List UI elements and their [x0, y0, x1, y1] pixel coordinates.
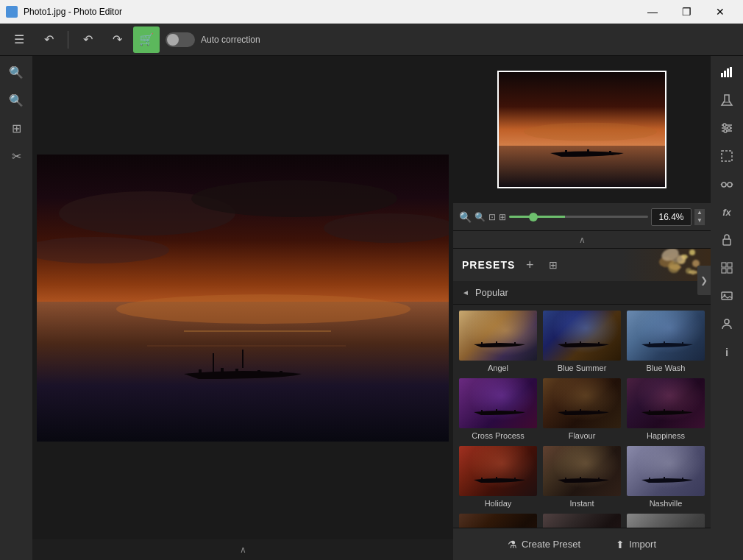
svg-rect-59	[730, 67, 732, 77]
preset-item-happiness[interactable]: Happiness	[627, 378, 705, 440]
menu-button[interactable]: ☰	[6, 26, 32, 53]
svg-rect-52	[598, 478, 600, 481]
lock-icon	[720, 233, 733, 247]
preset-grid: Angel Blue Summer	[453, 305, 711, 528]
zoom-decrement-button[interactable]: ▼	[694, 217, 705, 225]
close-button[interactable]: ✕	[703, 0, 737, 24]
left-tool-3[interactable]: ⊞	[3, 115, 29, 141]
redo-button[interactable]: ↷	[104, 26, 130, 53]
import-button[interactable]: ⬆ Import	[607, 534, 665, 555]
presets-add-button[interactable]: +	[521, 256, 538, 274]
histogram-icon	[720, 65, 733, 79]
svg-point-79	[725, 319, 729, 324]
preset-item-nashville[interactable]: Nashville	[627, 446, 705, 508]
create-preset-button[interactable]: ⚗ Create Preset	[499, 534, 589, 555]
preset-name-nashville: Nashville	[650, 499, 683, 508]
svg-point-67	[722, 182, 726, 187]
zoom-slider[interactable]	[509, 216, 648, 218]
person-icon	[720, 317, 733, 330]
zoom-value-display: 16.4%	[651, 208, 692, 226]
selection-button[interactable]	[714, 143, 740, 169]
fit-icon[interactable]: ⊡	[488, 212, 496, 222]
lock-button[interactable]	[714, 227, 740, 253]
left-tool-4[interactable]: ✂	[3, 143, 29, 169]
section-title-popular: Popular	[475, 287, 508, 298]
title-bar: Photo1.jpg - Photo Editor — ❐ ✕	[0, 0, 743, 24]
lab-button[interactable]	[714, 87, 740, 113]
preset-thumb-generic1	[459, 514, 537, 528]
canvas-collapse-arrow[interactable]: ∧	[240, 545, 246, 555]
minimize-button[interactable]: —	[636, 0, 669, 24]
left-tool-1[interactable]: 🔍	[3, 59, 29, 85]
left-toolbar: 🔍 🔍 ⊞ ✂	[0, 56, 32, 560]
preset-thumb-blue-summer	[543, 311, 621, 361]
preset-item-angel[interactable]: Angel	[459, 311, 537, 372]
svg-rect-50	[565, 478, 566, 481]
undo-button[interactable]: ↶	[35, 26, 62, 53]
preset-item-flavour[interactable]: Flavour	[543, 378, 621, 440]
svg-rect-77	[722, 292, 732, 300]
svg-line-70	[721, 184, 722, 185]
restore-button[interactable]: ❐	[669, 0, 703, 24]
preset-item-cross-process[interactable]: Cross Process	[459, 378, 537, 440]
preview-svg	[499, 72, 665, 187]
svg-rect-48	[496, 477, 497, 481]
canvas-image-container	[32, 56, 453, 539]
svg-rect-38	[481, 410, 483, 414]
presets-view-button[interactable]: ⊞	[544, 256, 562, 274]
svg-point-2	[191, 180, 397, 217]
glasses-icon	[720, 177, 733, 191]
panel-chevron-button[interactable]: ❯	[697, 266, 711, 295]
svg-rect-30	[496, 341, 497, 346]
presets-header: PRESETS + ⊞	[453, 249, 711, 281]
svg-rect-29	[481, 342, 483, 346]
canvas-area: ∧	[32, 56, 453, 560]
sliders-button[interactable]	[714, 115, 740, 141]
panel-chevron-container: ❯	[697, 266, 711, 295]
cart-button[interactable]: 🛒	[133, 26, 160, 53]
undo2-button[interactable]: ↶	[74, 26, 101, 53]
collapse-bar[interactable]: ∧	[453, 231, 711, 249]
preset-item-generic2[interactable]	[543, 514, 621, 528]
chevron-right-icon: ❯	[700, 275, 708, 286]
zoom-increment-button[interactable]: ▲	[694, 209, 705, 217]
preset-item-holiday[interactable]: Holiday	[459, 446, 537, 508]
zoom-in-icon[interactable]: 🔍	[474, 212, 486, 222]
import-label: Import	[629, 539, 656, 550]
presets-label: PRESETS	[462, 259, 515, 271]
info-button[interactable]: i	[714, 339, 740, 365]
actual-size-icon[interactable]: ⊞	[499, 212, 506, 222]
texture-button[interactable]	[714, 255, 740, 281]
create-preset-label: Create Preset	[522, 539, 580, 550]
image-button[interactable]	[714, 283, 740, 309]
section-header-popular[interactable]: ◄ Popular	[453, 281, 711, 305]
zoom-out-icon[interactable]: 🔍	[459, 211, 472, 223]
preset-name-flavour: Flavour	[569, 431, 596, 440]
svg-rect-34	[598, 342, 600, 346]
glasses-button[interactable]	[714, 171, 740, 197]
preset-name-cross-process: Cross Process	[472, 431, 525, 440]
person-button[interactable]	[714, 311, 740, 337]
bottom-action-bar: ⚗ Create Preset ⬆ Import	[453, 528, 711, 560]
preset-item-generic3[interactable]	[627, 514, 705, 528]
fx-button[interactable]: fx	[714, 199, 740, 225]
preset-thumb-happiness	[627, 378, 705, 428]
preset-thumb-holiday	[459, 446, 537, 496]
zoom-arrow-controls: ▲ ▼	[694, 209, 705, 225]
histogram-button[interactable]	[714, 59, 740, 85]
preset-item-blue-wash[interactable]: Blue Wash	[627, 311, 705, 372]
preset-item-blue-summer[interactable]: Blue Summer	[543, 311, 621, 372]
left-tool-2[interactable]: 🔍	[3, 87, 29, 113]
preset-item-generic1[interactable]	[459, 514, 537, 528]
svg-point-68	[728, 182, 732, 187]
svg-rect-39	[496, 409, 497, 414]
preset-thumb-generic2	[543, 514, 621, 528]
main-layout: 🔍 🔍 ⊞ ✂	[0, 56, 743, 560]
svg-rect-20	[587, 149, 589, 155]
preset-item-instant[interactable]: Instant	[543, 446, 621, 508]
svg-rect-21	[609, 151, 611, 155]
svg-rect-31	[514, 342, 516, 346]
preset-thumb-flavour	[543, 378, 621, 428]
svg-rect-57	[724, 71, 726, 77]
auto-correction-toggle[interactable]	[166, 32, 195, 47]
